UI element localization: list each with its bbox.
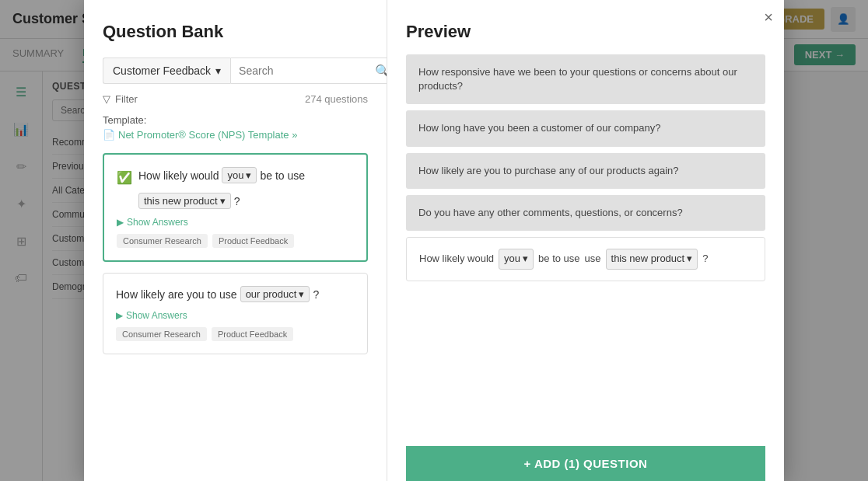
q1-tags: Consumer Research Product Feedback bbox=[117, 234, 354, 248]
preview-dropdown2-chevron: ▾ bbox=[687, 251, 692, 267]
question-bank-modal: × Question Bank Customer Feedback ▾ 🔍 ▽ … bbox=[84, 0, 784, 481]
q1-text: How likely would you ▾ be to use bbox=[138, 167, 305, 183]
q1-suffix: ? bbox=[234, 195, 240, 207]
template-icon: 📄 bbox=[103, 129, 115, 141]
filter-row: ▽ Filter 274 questions bbox=[103, 93, 368, 105]
q1-dropdown2-chevron: ▾ bbox=[220, 195, 226, 207]
preview-dropdown2[interactable]: this new product ▾ bbox=[606, 249, 698, 270]
check-icon: ✅ bbox=[117, 170, 132, 185]
search-input[interactable] bbox=[239, 64, 375, 77]
q1-dropdown2-value: this new product bbox=[144, 195, 218, 207]
preview-q-prefix: How likely would bbox=[419, 251, 494, 267]
q2-suffix: ? bbox=[313, 288, 319, 301]
preview-q-use: use bbox=[585, 251, 601, 267]
preview-q-middle: be to use bbox=[538, 251, 580, 267]
q1-prefix: How likely would bbox=[138, 169, 219, 182]
q2-show-answers[interactable]: ▶ Show Answers bbox=[116, 310, 355, 321]
template-row: Template: 📄 Net Promoter® Score (NPS) Te… bbox=[103, 114, 368, 141]
filter-text: Filter bbox=[115, 93, 138, 105]
q2-tag-1: Product Feedback bbox=[212, 327, 293, 341]
category-label: Customer Feedback bbox=[113, 64, 211, 77]
q1-text-row: ✅ How likely would you ▾ be to use bbox=[117, 167, 354, 185]
q1-tag-1: Product Feedback bbox=[212, 234, 294, 248]
filter-icon: ▽ bbox=[103, 93, 110, 105]
template-link[interactable]: 📄 Net Promoter® Score (NPS) Template » bbox=[103, 129, 368, 141]
preview-card-3: Do you have any other comments, question… bbox=[406, 195, 765, 231]
preview-dropdown1[interactable]: you ▾ bbox=[499, 249, 534, 270]
add-question-button[interactable]: + ADD (1) QUESTION bbox=[406, 446, 765, 481]
q2-text: How likely are you to use our product ▾ … bbox=[116, 286, 319, 302]
question-card-1[interactable]: ✅ How likely would you ▾ be to use this … bbox=[103, 153, 368, 262]
q2-text-row: How likely are you to use our product ▾ … bbox=[116, 286, 355, 302]
preview-card-0: How responsive have we been to your ques… bbox=[406, 54, 765, 104]
q2-tag-0: Consumer Research bbox=[116, 327, 207, 341]
question-card-2[interactable]: How likely are you to use our product ▾ … bbox=[103, 273, 368, 354]
q2-tags: Consumer Research Product Feedback bbox=[116, 327, 355, 341]
q2-prefix: How likely are you to use bbox=[116, 288, 237, 301]
q1-dropdown2[interactable]: this new product ▾ bbox=[138, 193, 231, 209]
preview-dropdown1-chevron: ▾ bbox=[523, 251, 528, 267]
preview-title: Preview bbox=[406, 22, 765, 42]
q1-show-answers-text: Show Answers bbox=[127, 217, 188, 228]
preview-dropdown2-value: this new product bbox=[611, 251, 685, 267]
q1-triangle-icon: ▶ bbox=[117, 217, 124, 228]
search-input-wrap: 🔍 bbox=[230, 58, 387, 84]
preview-q-row: How likely would you ▾ be to use use thi… bbox=[419, 249, 752, 270]
preview-card-2: How likely are you to purchase any of ou… bbox=[406, 153, 765, 189]
q1-dropdown1[interactable]: you ▾ bbox=[222, 167, 257, 183]
preview-card-1: How long have you been a customer of our… bbox=[406, 110, 765, 146]
q2-triangle-icon: ▶ bbox=[116, 310, 123, 321]
template-link-text: Net Promoter® Score (NPS) Template » bbox=[118, 129, 297, 141]
modal-close-button[interactable]: × bbox=[764, 9, 773, 25]
qbank-pane: Question Bank Customer Feedback ▾ 🔍 ▽ Fi… bbox=[84, 0, 387, 481]
q2-dropdown1-chevron: ▾ bbox=[299, 288, 304, 300]
search-icon: 🔍 bbox=[375, 64, 387, 78]
q2-show-answers-text: Show Answers bbox=[126, 310, 187, 321]
preview-interactive-question: How likely would you ▾ be to use use thi… bbox=[406, 237, 765, 281]
preview-pane: Preview How responsive have we been to y… bbox=[387, 0, 784, 481]
q1-middle: be to use bbox=[260, 169, 305, 182]
q2-dropdown1[interactable]: our product ▾ bbox=[240, 286, 310, 302]
category-chevron-icon: ▾ bbox=[215, 64, 221, 77]
template-label: Template: bbox=[103, 114, 368, 126]
search-row: Customer Feedback ▾ 🔍 bbox=[103, 58, 368, 84]
preview-q-suffix: ? bbox=[702, 251, 708, 267]
q1-dropdown1-value: you bbox=[227, 169, 243, 181]
q1-tag-0: Consumer Research bbox=[117, 234, 208, 248]
qbank-title: Question Bank bbox=[103, 22, 368, 42]
preview-dropdown1-value: you bbox=[504, 251, 520, 267]
q1-second-row: this new product ▾ ? bbox=[138, 193, 354, 209]
q2-dropdown1-value: our product bbox=[246, 288, 297, 300]
category-select[interactable]: Customer Feedback ▾ bbox=[103, 58, 230, 84]
q1-dropdown1-chevron: ▾ bbox=[246, 169, 251, 181]
filter-button[interactable]: ▽ Filter bbox=[103, 93, 138, 105]
q1-show-answers[interactable]: ▶ Show Answers bbox=[117, 217, 354, 228]
question-count: 274 questions bbox=[305, 93, 368, 105]
